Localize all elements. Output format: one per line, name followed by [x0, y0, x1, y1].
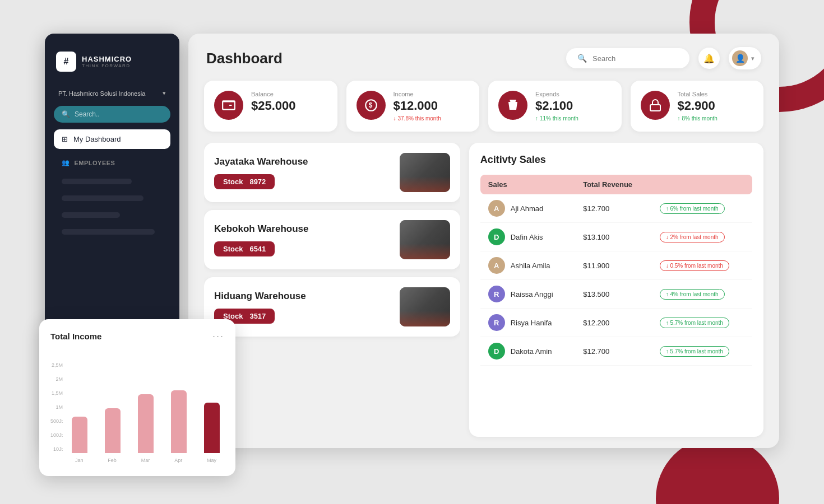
stat-card-income: $ Income $12.000 ↓ 37.8% this month — [346, 81, 480, 132]
bar-group — [167, 390, 191, 453]
bar-group — [200, 403, 224, 453]
bar-group — [67, 417, 91, 453]
warehouse-name-kebokoh: Kebokoh Warehouse — [214, 223, 391, 235]
sales-name: Ashila Amila — [511, 262, 550, 270]
activity-title: Acitivty Sales — [480, 154, 752, 166]
balance-icon — [214, 91, 243, 120]
chart-title: Total Income — [50, 332, 101, 341]
expends-icon — [498, 91, 527, 120]
sales-avatar: D — [488, 343, 505, 360]
section-label: EMPLOYEES — [75, 160, 115, 166]
sales-person: A Aji Ahmad — [488, 200, 567, 217]
stat-card-balance: Balance $25.000 — [204, 81, 337, 132]
revenue-cell: $11.900 — [575, 251, 651, 280]
search-bar: 🔍 — [566, 48, 689, 68]
employees-icon: 👥 — [62, 159, 70, 166]
chart-header: Total Income ··· — [50, 330, 224, 342]
sidebar-section-employees: 👥 EMPLOYEES — [54, 156, 170, 170]
sales-name: Dakota Amin — [511, 347, 552, 356]
revenue-cell: $13.100 — [575, 223, 651, 251]
y-axis-label: 2,5M — [52, 362, 63, 368]
sidebar-item-label: My Dashboard — [73, 135, 121, 143]
table-row: A Aji Ahmad $12.700 ↑ 6% from last month — [480, 194, 752, 223]
search-input[interactable] — [592, 54, 678, 63]
logo-name: HASHMICRO — [82, 55, 132, 63]
y-axis-label: 100Jt — [50, 432, 63, 438]
sales-person: D Dakota Amin — [488, 343, 567, 360]
activity-sales-card: Acitivty Sales Sales Total Revenue A Aji… — [469, 143, 763, 437]
sidebar-search-wrapper: 🔍 — [54, 106, 170, 123]
sales-person: R Raissa Anggi — [488, 286, 567, 302]
sidebar-placeholder-3 — [62, 212, 120, 218]
stat-value-total-sales: $2.900 — [678, 100, 754, 112]
chevron-down-icon: ▾ — [751, 55, 754, 62]
sidebar-placeholder-4 — [62, 229, 155, 235]
stat-value-expends: $2.100 — [535, 100, 612, 112]
notification-button[interactable]: 🔔 — [698, 48, 720, 69]
stat-label-balance: Balance — [251, 91, 327, 97]
user-avatar: 👤 — [732, 50, 748, 66]
bar-group — [100, 408, 124, 453]
table-row: D Dafin Akis $13.100 ↓ 2% from last mont… — [480, 223, 752, 251]
warehouse-img-hiduang — [400, 287, 450, 326]
sidebar-search-input[interactable] — [75, 110, 163, 118]
sidebar-placeholder-1 — [62, 179, 132, 184]
sales-avatar: A — [488, 200, 505, 217]
sales-name: Risya Hanifa — [511, 319, 552, 327]
income-icon: $ — [357, 91, 386, 120]
company-name: PT. Hashmicro Solusi Indonesia — [58, 90, 145, 97]
sales-avatar: R — [488, 314, 505, 331]
logo-icon: # — [56, 52, 76, 72]
stat-card-expends: Expends $2.100 ↑ 11% this month — [488, 81, 622, 132]
y-axis-label: 1M — [56, 404, 63, 410]
chart-area: 2,5M2M1,5M1M500Jt100Jt10Jt JanFebMarAprM… — [50, 351, 224, 463]
chart-bar — [72, 417, 87, 453]
x-axis-label: May — [207, 458, 216, 463]
sales-person: D Dafin Akis — [488, 228, 567, 245]
revenue-cell: $12.700 — [575, 337, 651, 366]
col-change — [652, 175, 752, 194]
content-area: Jayataka Warehouse Stock 8972 Kebokoh Wa… — [188, 143, 779, 448]
chart-y-axis: 2,5M2M1,5M1M500Jt100Jt10Jt — [50, 362, 67, 463]
change-badge: ↑ 4% from last month — [660, 289, 725, 300]
warehouse-card-kebokoh: Kebokoh Warehouse Stock 6541 — [204, 210, 460, 269]
stock-badge-kebokoh: Stock 6541 — [214, 241, 275, 256]
sidebar-placeholder-2 — [62, 195, 143, 201]
stat-label-expends: Expends — [535, 91, 612, 97]
table-row: R Risya Hanifa $12.200 ↑ 5.7% from last … — [480, 309, 752, 337]
warehouses-column: Jayataka Warehouse Stock 8972 Kebokoh Wa… — [204, 143, 460, 437]
revenue-cell: $12.200 — [575, 309, 651, 337]
svg-rect-2 — [650, 105, 660, 111]
revenue-cell: $13.500 — [575, 280, 651, 309]
chart-more-button[interactable]: ··· — [212, 330, 224, 342]
header: Dashboard 🔍 🔔 👤 ▾ — [188, 34, 779, 81]
svg-text:$: $ — [368, 101, 372, 109]
search-icon: 🔍 — [577, 54, 587, 63]
x-axis-label: Feb — [108, 458, 117, 463]
change-badge: ↓ 0.5% from last month — [660, 260, 729, 271]
col-revenue: Total Revenue — [575, 175, 651, 194]
warehouse-img-kebokoh — [400, 220, 450, 259]
sidebar-item-dashboard[interactable]: ⊞ My Dashboard — [54, 129, 170, 149]
sales-person: A Ashila Amila — [488, 257, 567, 274]
revenue-cell: $12.700 — [575, 194, 651, 223]
x-axis-labels: JanFebMarAprMay — [67, 458, 224, 463]
x-axis-label: Apr — [174, 458, 182, 463]
stat-change-expends: ↑ 11% this month — [535, 115, 612, 122]
table-row: A Ashila Amila $11.900 ↓ 0.5% from last … — [480, 251, 752, 280]
chart-bar — [138, 394, 154, 453]
y-axis-label: 1,5M — [52, 390, 63, 396]
sales-avatar: D — [488, 228, 505, 245]
stat-card-total-sales: Total Sales $2.900 ↑ 8% this month — [631, 81, 764, 132]
logo-tagline: THINK FORWARD — [82, 63, 132, 68]
change-badge: ↑ 5.7% from last month — [660, 318, 729, 328]
stat-label-total-sales: Total Sales — [678, 91, 754, 97]
dashboard-icon: ⊞ — [62, 135, 68, 143]
header-right: 🔍 🔔 👤 ▾ — [566, 47, 761, 69]
user-menu-button[interactable]: 👤 ▾ — [729, 47, 761, 69]
page-title: Dashboard — [206, 50, 283, 67]
sales-name: Aji Ahmad — [511, 204, 544, 213]
company-selector[interactable]: PT. Hashmicro Solusi Indonesia ▾ — [54, 87, 170, 99]
bars-container — [67, 363, 224, 453]
chart-bars-area: JanFebMarAprMay — [67, 363, 224, 463]
